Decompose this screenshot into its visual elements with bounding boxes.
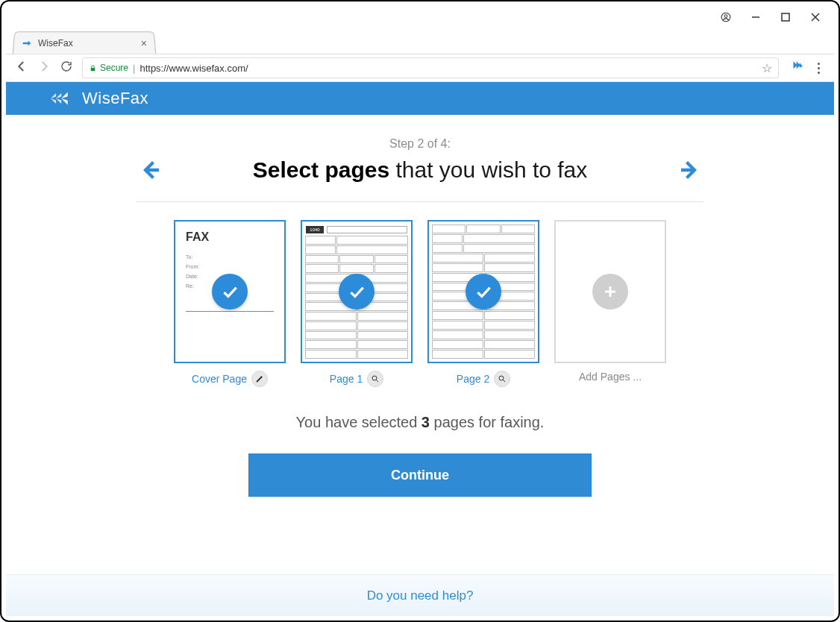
continue-button[interactable]: Continue <box>248 453 592 497</box>
step-indicator: Step 2 of 4: <box>389 137 451 151</box>
page-thumbnails: FAX To: From: Date: Re: Cover Page <box>137 220 703 387</box>
nav-back-button[interactable] <box>15 60 28 77</box>
browser-address-bar: Secure | https://www.wisefax.com/ ☆ <box>6 54 834 82</box>
svg-rect-6 <box>91 68 95 71</box>
zoom-page-1-button[interactable] <box>367 371 383 387</box>
thumb-page-1-preview[interactable]: 1040 <box>301 220 413 363</box>
add-pages-button[interactable] <box>554 220 666 363</box>
headline-bold: Select pages <box>253 157 389 182</box>
browser-tab[interactable]: WiseFax × <box>13 31 157 54</box>
thumb-cover-preview[interactable]: FAX To: From: Date: Re: <box>174 220 286 363</box>
url-separator: | <box>133 63 135 74</box>
user-account-icon[interactable] <box>721 12 731 22</box>
selected-check-icon <box>212 274 248 310</box>
thumb-page-2-label-row: Page 2 <box>457 371 510 387</box>
help-link[interactable]: Do you need help? <box>367 588 474 603</box>
thumb-cover: FAX To: From: Date: Re: Cover Page <box>174 220 286 387</box>
thumb-page-2-label[interactable]: Page 2 <box>457 373 489 385</box>
page-content: WiseFax Step 2 of 4: Select pages that y… <box>6 82 834 616</box>
svg-point-9 <box>372 376 377 380</box>
secure-label: Secure <box>100 63 128 73</box>
secure-badge: Secure <box>89 63 128 73</box>
window-minimize-button[interactable] <box>750 12 761 22</box>
brand-name: WiseFax <box>82 89 148 108</box>
window-close-button[interactable] <box>810 12 821 22</box>
thumb-add-label[interactable]: Add Pages ... <box>579 371 642 383</box>
thumb-add: Add Pages ... <box>554 220 666 387</box>
svg-line-10 <box>377 380 379 383</box>
url-input[interactable]: Secure | https://www.wisefax.com/ ☆ <box>82 57 779 78</box>
zoom-page-2-button[interactable] <box>494 371 510 387</box>
browser-menu-button[interactable] <box>812 63 825 74</box>
continue-label: Continue <box>391 468 449 483</box>
summary-prefix: You have selected <box>296 414 421 430</box>
svg-point-11 <box>499 376 504 380</box>
browser-window: WiseFax × Secure | https://www.wisefax.c… <box>0 0 840 622</box>
tab-title: WiseFax <box>38 38 136 48</box>
svg-line-12 <box>504 380 506 383</box>
thumb-cover-label-row: Cover Page <box>192 371 268 387</box>
selection-summary: You have selected 3 pages for faxing. <box>296 414 545 431</box>
selected-check-icon <box>466 274 501 310</box>
thumb-add-label-row: Add Pages ... <box>579 371 642 383</box>
edit-cover-button[interactable] <box>251 371 268 387</box>
bookmark-star-icon[interactable]: ☆ <box>762 61 772 75</box>
thumb-cover-label[interactable]: Cover Page <box>192 373 247 385</box>
headline-row: Select pages that you wish to fax <box>137 157 703 183</box>
plus-icon <box>592 274 628 310</box>
brand-logo-icon <box>51 90 76 107</box>
cover-title: FAX <box>186 230 274 244</box>
browser-tabstrip: WiseFax × <box>6 28 834 54</box>
summary-count: 3 <box>421 414 430 430</box>
section-divider <box>137 201 703 202</box>
wizard-step: Step 2 of 4: Select pages that you wish … <box>6 115 834 497</box>
url-text: https://www.wisefax.com/ <box>140 63 248 74</box>
wizard-next-button[interactable] <box>677 157 703 183</box>
svg-rect-7 <box>145 169 159 172</box>
thumb-page-1-label-row: Page 1 <box>330 371 383 387</box>
summary-suffix: pages for faxing. <box>430 414 544 430</box>
selected-check-icon <box>339 274 374 310</box>
nav-reload-button[interactable] <box>60 60 73 76</box>
tab-close-icon[interactable]: × <box>140 37 147 49</box>
thumb-page-2-preview[interactable] <box>427 220 539 363</box>
headline-rest: that you wish to fax <box>389 157 587 182</box>
extension-icon[interactable] <box>788 60 803 76</box>
thumb-page-2: Page 2 <box>427 220 539 387</box>
app-header: WiseFax <box>6 82 834 115</box>
form-id-badge: 1040 <box>306 226 324 233</box>
nav-forward-button[interactable] <box>37 60 51 77</box>
thumb-page-1-label[interactable]: Page 1 <box>330 373 363 385</box>
wizard-prev-button[interactable] <box>137 157 163 183</box>
window-maximize-button[interactable] <box>780 12 791 22</box>
svg-rect-8 <box>681 169 695 172</box>
window-titlebar <box>6 6 834 28</box>
headline: Select pages that you wish to fax <box>163 157 677 183</box>
svg-point-1 <box>724 15 727 18</box>
help-bar: Do you need help? <box>6 574 834 616</box>
thumb-page-1: 1040 <box>301 220 413 387</box>
svg-rect-3 <box>782 13 789 21</box>
tab-favicon-icon <box>21 38 32 48</box>
